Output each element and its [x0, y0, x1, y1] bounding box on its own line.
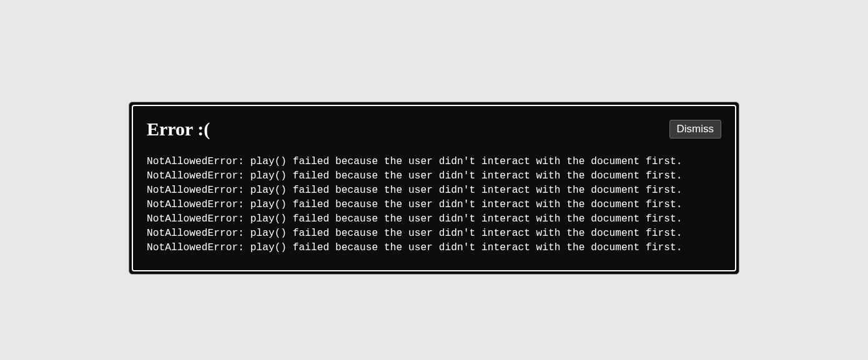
error-message-line: NotAllowedError: play() failed because t…: [147, 183, 721, 198]
error-messages-container: NotAllowedError: play() failed because t…: [147, 155, 721, 255]
dialog-header: Error :( Dismiss: [147, 120, 721, 139]
error-dialog-inner: Error :( Dismiss NotAllowedError: play()…: [132, 105, 736, 271]
error-message-line: NotAllowedError: play() failed because t…: [147, 241, 721, 255]
dismiss-button[interactable]: Dismiss: [669, 120, 722, 139]
error-message-line: NotAllowedError: play() failed because t…: [147, 226, 721, 241]
error-message-line: NotAllowedError: play() failed because t…: [147, 155, 721, 169]
error-message-line: NotAllowedError: play() failed because t…: [147, 212, 721, 226]
error-dialog: Error :( Dismiss NotAllowedError: play()…: [129, 102, 739, 275]
error-title: Error :(: [147, 120, 210, 139]
error-message-line: NotAllowedError: play() failed because t…: [147, 169, 721, 183]
error-message-line: NotAllowedError: play() failed because t…: [147, 198, 721, 212]
